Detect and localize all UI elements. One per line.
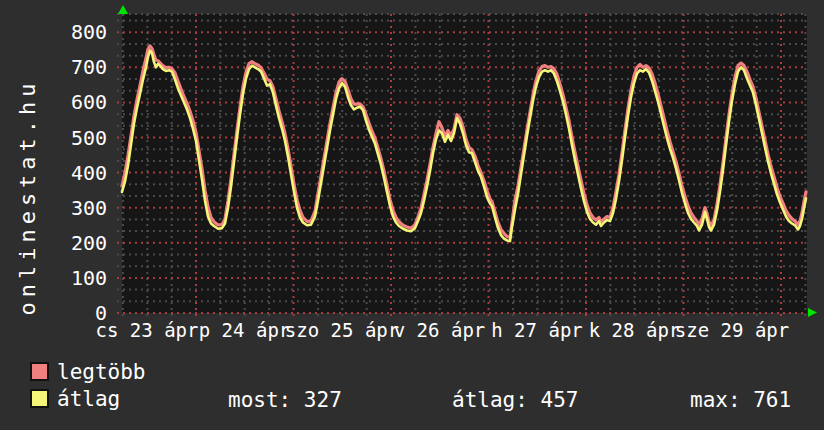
x-tick-label: cs 23 ápr bbox=[96, 319, 199, 341]
stat-atlag: átlag: 457 bbox=[452, 389, 578, 411]
stat-most: most: 327 bbox=[228, 389, 342, 411]
x-tick-label: sze 29 ápr bbox=[675, 319, 789, 341]
y-tick-label: 800 bbox=[0, 21, 107, 43]
y-tick-label: 400 bbox=[0, 162, 107, 184]
x-tick-label: szo 25 ápr bbox=[285, 319, 399, 341]
online-stat-graph: onlinestat.hu 0100200300400500600700800 … bbox=[0, 0, 824, 430]
x-axis-arrow-icon bbox=[808, 308, 817, 317]
legend-label-atlag: átlag bbox=[57, 388, 120, 410]
legend-label-legtobb: legtöbb bbox=[57, 361, 146, 383]
y-tick-label: 600 bbox=[0, 91, 107, 113]
y-tick-label: 300 bbox=[0, 197, 107, 219]
y-tick-label: 500 bbox=[0, 127, 107, 149]
legend-swatch-atlag bbox=[30, 389, 49, 408]
y-tick-label: 0 bbox=[0, 302, 107, 324]
y-axis-arrow-icon bbox=[118, 5, 128, 14]
chart-canvas bbox=[122, 14, 807, 313]
x-tick-label: p 24 ápr bbox=[199, 319, 291, 341]
x-tick-label: v 26 ápr bbox=[394, 319, 486, 341]
x-tick-label: h 27 ápr bbox=[491, 319, 583, 341]
legend-swatch-legtobb bbox=[30, 362, 49, 381]
stat-max: max: 761 bbox=[690, 389, 791, 411]
grid-minor bbox=[117, 14, 807, 317]
y-tick-label: 100 bbox=[0, 267, 107, 289]
y-tick-label: 200 bbox=[0, 232, 107, 254]
x-tick-label: k 28 ápr bbox=[589, 319, 681, 341]
y-tick-label: 700 bbox=[0, 56, 107, 78]
plot-area bbox=[122, 14, 807, 313]
